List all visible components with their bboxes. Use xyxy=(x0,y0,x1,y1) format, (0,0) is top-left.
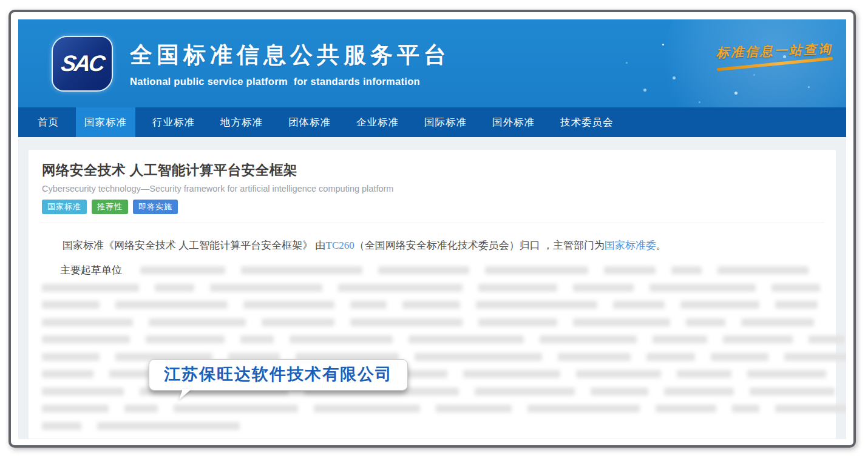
standard-summary: 国家标准《网络安全技术 人工智能计算平台安全框架》 由TC260（全国网络安全标… xyxy=(42,238,822,254)
redacted-text-block xyxy=(711,353,768,361)
redacted-text-block xyxy=(42,284,139,292)
sac-logo-text: SAC xyxy=(59,51,105,76)
nav-item-地方标准[interactable]: 地方标准 xyxy=(212,107,271,137)
redacted-text-block xyxy=(686,318,725,326)
redacted-text-block xyxy=(42,335,130,343)
summary-text: 。 xyxy=(656,240,666,251)
redacted-text-block xyxy=(775,405,846,412)
site-titles: 全国标准信息公共服务平台 National public service pla… xyxy=(130,40,450,87)
redacted-text-block xyxy=(485,266,588,274)
redacted-text-block xyxy=(97,422,240,430)
content-panel: 网络安全技术 人工智能计算平台安全框架 Cybersecurity techno… xyxy=(28,149,836,439)
redacted-text-block xyxy=(680,301,759,309)
redacted-text-block xyxy=(576,370,661,378)
badges: 国家标准推荐性即将实施 xyxy=(42,200,822,214)
authority-link[interactable]: 国家标准委 xyxy=(605,240,656,251)
redacted-text-block xyxy=(613,301,665,309)
redacted-text-block xyxy=(476,301,597,309)
redacted-text-block xyxy=(653,335,707,343)
redacted-text-block xyxy=(140,266,225,274)
status-badge: 推荐性 xyxy=(92,200,128,214)
redacted-text-block xyxy=(747,370,826,378)
redacted-text-block xyxy=(262,318,334,326)
browser-page-frame: SAC 全国标准信息公共服务平台 National public service… xyxy=(8,10,856,448)
redacted-text-block xyxy=(646,353,695,361)
drafters-row xyxy=(42,417,822,435)
redacted-text-block xyxy=(475,388,575,395)
redacted-text-block xyxy=(240,335,274,343)
redacted-text-block xyxy=(558,353,631,361)
nav-item-企业标准[interactable]: 企业标准 xyxy=(348,107,407,137)
standard-title: 网络安全技术 人工智能计算平台安全框架 xyxy=(42,161,822,180)
redacted-text-block xyxy=(656,405,716,412)
redacted-text-block xyxy=(436,405,512,412)
drafters-label: 主要起草单位 xyxy=(42,263,122,277)
nav-item-国外标准[interactable]: 国外标准 xyxy=(484,107,543,137)
sac-logo[interactable]: SAC xyxy=(53,37,112,90)
redacted-text-block xyxy=(591,388,648,395)
redacted-text-block xyxy=(338,284,463,292)
sparkle-dots-decoration xyxy=(662,44,664,45)
redacted-text-block xyxy=(42,353,100,361)
site-subtitle-en: National public service platform for sta… xyxy=(130,76,450,87)
redacted-text-block xyxy=(42,422,81,430)
redacted-text-block xyxy=(241,266,362,274)
redacted-text-block xyxy=(350,318,463,326)
redacted-text-block xyxy=(314,405,420,412)
page-background: 网络安全技术 人工智能计算平台安全框架 Cybersecurity techno… xyxy=(18,137,846,439)
status-badge: 即将实施 xyxy=(133,200,178,214)
redacted-text-block xyxy=(775,301,818,309)
nav-item-国家标准[interactable]: 国家标准 xyxy=(76,107,135,137)
redacted-text-block xyxy=(573,284,634,292)
redacted-text-block xyxy=(243,301,334,309)
redacted-text-block xyxy=(115,301,228,309)
redacted-text-block xyxy=(527,405,640,412)
drafters-row xyxy=(42,400,822,418)
redacted-text-block xyxy=(741,318,814,326)
site-title: 全国标准信息公共服务平台 xyxy=(130,40,450,70)
redacted-text-block xyxy=(149,318,246,326)
drafters-row xyxy=(42,314,822,331)
summary-text: 国家标准《网络安全技术 人工智能计算平台安全框架》 由 xyxy=(63,240,326,251)
summary-text: （全国网络安全标准化技术委员会）归口 ，主管部门为 xyxy=(354,240,605,251)
redacted-text-block xyxy=(540,335,637,343)
drafters-row xyxy=(42,331,822,349)
nav-item-首页[interactable]: 首页 xyxy=(29,107,67,137)
redacted-text-block xyxy=(42,370,93,378)
redacted-text-block xyxy=(732,405,759,412)
redacted-text-block xyxy=(664,388,734,395)
redacted-text-block xyxy=(350,301,387,309)
redacted-text-block xyxy=(415,353,542,361)
drafters-row xyxy=(42,297,822,314)
redacted-text-block xyxy=(723,335,793,343)
redacted-text-block xyxy=(604,266,656,274)
redacted-text-block xyxy=(649,284,756,292)
drafters-section: 主要起草单位 xyxy=(42,262,822,435)
redacted-text-block xyxy=(378,266,469,274)
redacted-text-block xyxy=(478,284,557,292)
main-nav: 首页国家标准行业标准地方标准团体标准企业标准国际标准国外标准技术委员会 xyxy=(18,107,846,137)
redacted-text-block xyxy=(42,301,100,309)
nav-item-行业标准[interactable]: 行业标准 xyxy=(144,107,203,137)
redacted-text-block xyxy=(290,335,393,343)
tc260-link[interactable]: TC260 xyxy=(326,240,354,251)
site-header: SAC 全国标准信息公共服务平台 National public service… xyxy=(18,19,846,107)
company-callout: 江苏保旺达软件技术有限公司 xyxy=(149,359,408,391)
redacted-text-block xyxy=(809,335,845,343)
drafters-row xyxy=(42,279,822,297)
nav-item-国际标准[interactable]: 国际标准 xyxy=(416,107,475,137)
redacted-text-block xyxy=(109,370,149,378)
redacted-text-block xyxy=(771,284,820,292)
redacted-text-block xyxy=(463,370,560,378)
redacted-text-block xyxy=(174,405,298,412)
nav-item-团体标准[interactable]: 团体标准 xyxy=(280,107,339,137)
redacted-text-block xyxy=(42,405,109,412)
redacted-text-block xyxy=(573,318,670,326)
company-callout-text: 江苏保旺达软件技术有限公司 xyxy=(164,365,393,383)
redacted-text-block xyxy=(677,370,731,378)
redacted-text-block xyxy=(124,405,158,412)
redacted-text-block xyxy=(478,318,557,326)
redacted-text-block xyxy=(210,284,322,292)
standard-title-en: Cybersecurity technology—Security framew… xyxy=(42,184,822,193)
nav-item-技术委员会[interactable]: 技术委员会 xyxy=(552,107,622,137)
